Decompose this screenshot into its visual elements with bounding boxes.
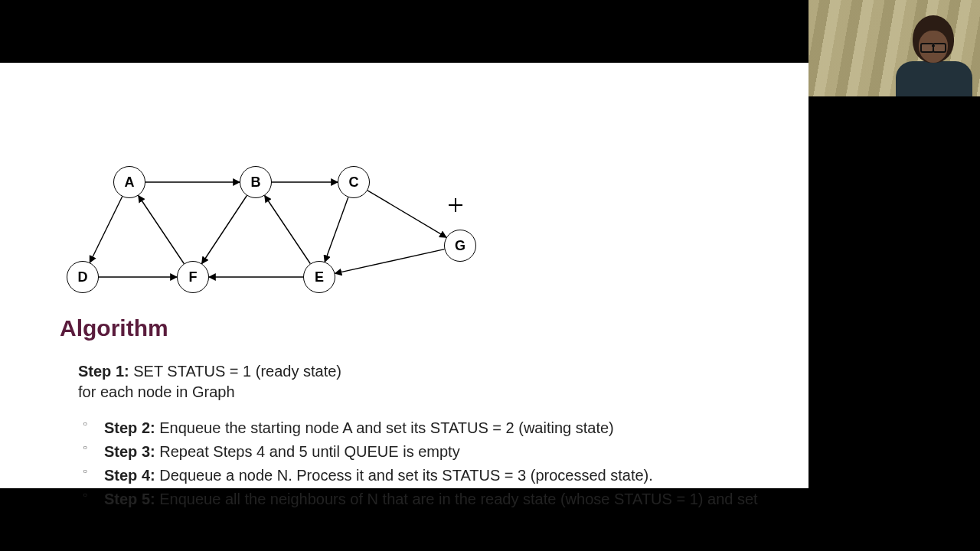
step-text: Repeat Steps 4 and 5 until QUEUE is empt…	[159, 443, 459, 460]
graph-edge-a-d	[90, 197, 122, 262]
presenter-silhouette	[891, 12, 975, 96]
graph-node-g: G	[444, 230, 476, 262]
step1-sub: for each node in Graph	[78, 383, 235, 400]
step-label: Step 2:	[104, 419, 159, 436]
algorithm-section: Algorithm Step 1: SET STATUS = 1 (ready …	[60, 315, 778, 511]
step-text: Dequeue a node N. Process it and set its…	[159, 467, 653, 484]
step-text: Enqueue the starting node A and set its …	[159, 419, 614, 436]
pointer-cursor-icon	[449, 198, 462, 212]
graph-node-a: A	[113, 166, 145, 198]
step1-text: SET STATUS = 1 (ready state)	[133, 363, 341, 380]
slide-area: ABCDFEG Algorithm Step 1: SET STATUS = 1…	[0, 63, 808, 488]
algorithm-step-list: Step 2: Enqueue the starting node A and …	[78, 416, 778, 511]
step-label: Step 3:	[104, 443, 159, 460]
graph-edge-b-f	[202, 196, 247, 264]
stage: ABCDFEG Algorithm Step 1: SET STATUS = 1…	[0, 0, 980, 551]
step-label: Step 4:	[104, 467, 159, 484]
graph-edge-c-g	[368, 191, 446, 237]
algorithm-step-2: Step 2: Enqueue the starting node A and …	[78, 416, 778, 440]
presenter-webcam	[808, 0, 980, 96]
graph-edge-g-e	[335, 249, 445, 274]
graph-node-e: E	[303, 261, 335, 293]
graph-node-f: F	[177, 261, 209, 293]
graph-edge-c-e	[325, 197, 348, 262]
algorithm-step-4: Step 4: Dequeue a node N. Process it and…	[78, 464, 778, 487]
algorithm-step-5: Step 5: Enqueue all the neighbours of N …	[78, 487, 778, 511]
step-label: Step 5:	[104, 491, 159, 507]
algorithm-step1: Step 1: SET STATUS = 1 (ready state) for…	[78, 361, 778, 403]
graph-node-d: D	[67, 261, 99, 293]
step1-label: Step 1:	[78, 363, 129, 380]
algorithm-heading: Algorithm	[60, 315, 778, 341]
graph-node-b: B	[240, 166, 272, 198]
algorithm-step-3: Step 3: Repeat Steps 4 and 5 until QUEUE…	[78, 440, 778, 464]
graph-edge-e-b	[265, 196, 311, 264]
graph-node-c: C	[338, 166, 370, 198]
graph-edge-f-a	[139, 196, 185, 264]
step-text: Enqueue all the neighbours of N that are…	[159, 491, 757, 507]
